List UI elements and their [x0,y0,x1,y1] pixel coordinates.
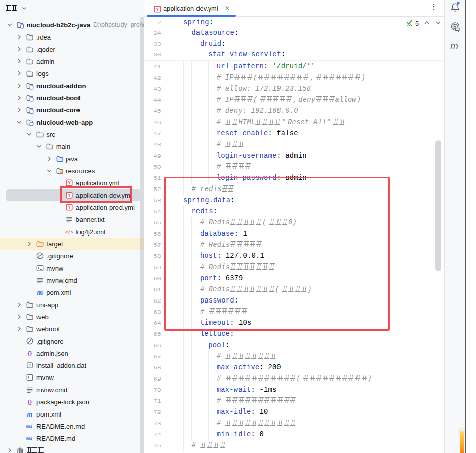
svg-text:M: M [26,424,30,429]
svg-text:Y: Y [156,7,159,12]
svg-text:?: ? [29,363,31,368]
svg-text:</>: </> [65,230,73,235]
svg-text:Y: Y [68,180,71,185]
svg-text:Y: Y [68,205,71,210]
svg-text:m: m [37,289,43,296]
svg-text:{}: {} [28,399,32,405]
svg-text:m: m [27,410,33,418]
svg-text:M: M [26,436,30,441]
svg-text:{}: {} [28,350,32,356]
